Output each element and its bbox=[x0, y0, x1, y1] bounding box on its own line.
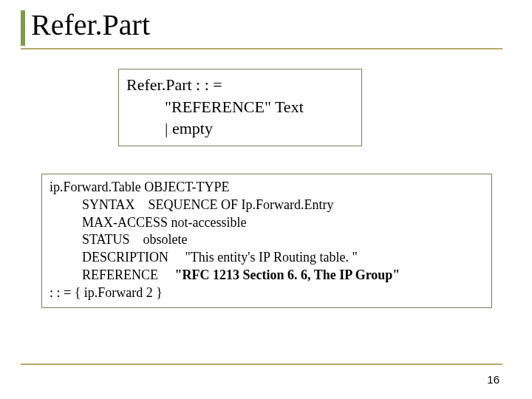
code-line-3: MAX-ACCESS not-accessible bbox=[50, 214, 484, 232]
slide-title: Refer.Part bbox=[21, 7, 502, 47]
code-line-6-label: REFERENCE bbox=[82, 267, 175, 282]
title-underline bbox=[21, 48, 502, 50]
page-number: 16 bbox=[487, 373, 499, 386]
code-line-2: SYNTAX SEQUENCE OF Ip.Forward.Entry bbox=[50, 197, 484, 214]
title-accent-bar bbox=[21, 10, 25, 46]
code-line-4: STATUS obsolete bbox=[50, 231, 484, 249]
bottom-rule bbox=[21, 364, 502, 365]
grammar-line-1: Refer.Part : : = bbox=[126, 74, 354, 96]
code-line-1: ip.Forward.Table OBJECT-TYPE bbox=[50, 179, 484, 197]
grammar-line-2: "REFERENCE" Text bbox=[126, 96, 354, 118]
code-box: ip.Forward.Table OBJECT-TYPE SYNTAX SEQU… bbox=[41, 174, 492, 308]
slide-title-block: Refer.Part bbox=[21, 7, 502, 47]
code-line-7: : : = { ip.Forward 2 } bbox=[50, 284, 484, 302]
grammar-box: Refer.Part : : = "REFERENCE" Text | empt… bbox=[118, 69, 362, 146]
code-line-6-value: "RFC 1213 Section 6. 6, The IP Group" bbox=[175, 267, 400, 282]
code-line-5: DESCRIPTION "This entity's IP Routing ta… bbox=[50, 249, 484, 267]
code-line-6: REFERENCE "RFC 1213 Section 6. 6, The IP… bbox=[50, 267, 484, 284]
grammar-line-3: | empty bbox=[126, 117, 354, 140]
